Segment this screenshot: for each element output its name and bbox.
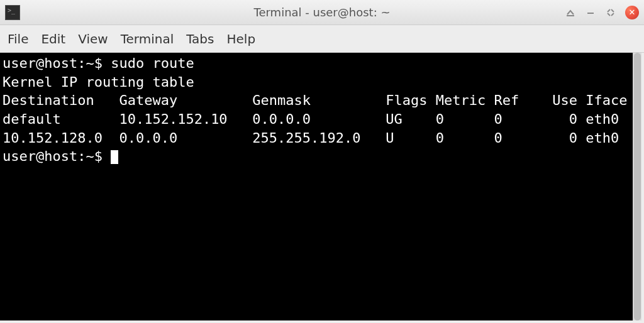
scrollbar[interactable] — [633, 53, 641, 320]
window-controls: ✕ — [565, 6, 639, 19]
maximize-icon[interactable] — [605, 7, 616, 18]
cursor — [111, 150, 118, 164]
minimize-icon[interactable] — [585, 7, 596, 18]
menu-view[interactable]: View — [78, 31, 108, 47]
scrollbar-thumb[interactable] — [634, 53, 641, 320]
menu-help[interactable]: Help — [226, 31, 255, 47]
menubar: File Edit View Terminal Tabs Help — [0, 25, 644, 53]
menu-terminal[interactable]: Terminal — [121, 31, 174, 47]
close-icon[interactable]: ✕ — [625, 6, 639, 19]
terminal-output[interactable]: user@host:~$ sudo route Kernel IP routin… — [0, 53, 633, 320]
titlebar: Terminal - user@host: ~ ✕ — [0, 0, 644, 25]
terminal-container: user@host:~$ sudo route Kernel IP routin… — [0, 53, 644, 323]
terminal-app-icon — [5, 5, 20, 20]
menu-file[interactable]: File — [8, 31, 28, 47]
menu-tabs[interactable]: Tabs — [186, 31, 214, 47]
window-title: Terminal - user@host: ~ — [254, 6, 391, 19]
up-icon[interactable] — [565, 7, 576, 18]
menu-edit[interactable]: Edit — [41, 31, 65, 47]
